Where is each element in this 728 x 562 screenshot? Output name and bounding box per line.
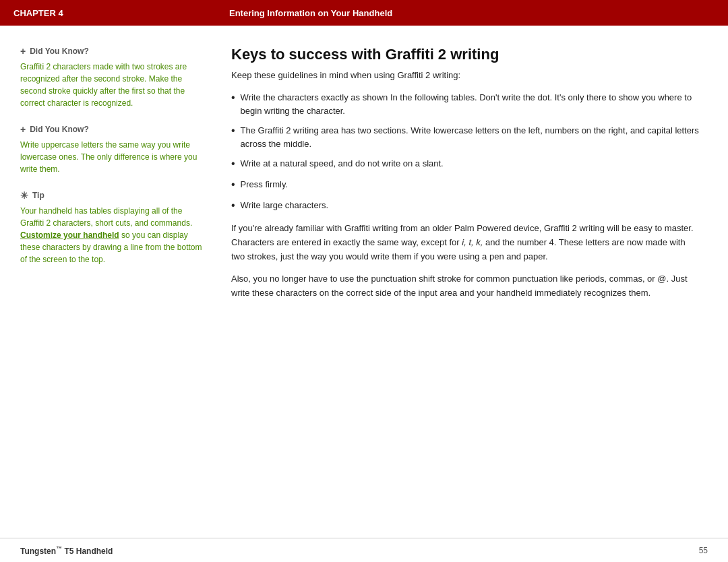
bullet-item-4: Write large characters. xyxy=(231,199,701,213)
asterisk-icon: ✳ xyxy=(20,190,28,201)
sidebar-did-you-know-2: + Did You Know? Write uppercase letters … xyxy=(20,124,204,175)
content-title: Keys to success with Graffiti 2 writing xyxy=(231,46,701,63)
bullet-list: Write the characters exactly as shown In… xyxy=(231,91,701,212)
content-intro: Keep these guidelines in mind when using… xyxy=(231,70,701,80)
footer-page-number: 55 xyxy=(699,546,708,555)
sidebar-tip-label: Tip xyxy=(32,191,44,200)
page-footer: Tungsten™ T5 Handheld 55 xyxy=(0,538,728,562)
bullet-item-3: Press firmly. xyxy=(231,178,701,192)
header-title: Entering Information on Your Handheld xyxy=(229,8,392,18)
sidebar: + Did You Know? Graffiti 2 characters ma… xyxy=(0,26,218,538)
plus-icon-2: + xyxy=(20,124,26,135)
bullet-item-0: Write the characters exactly as shown In… xyxy=(231,91,701,117)
chapter-label: CHAPTER 4 xyxy=(13,8,229,18)
content-para-2: Also, you no longer have to use the punc… xyxy=(231,272,701,301)
plus-icon-1: + xyxy=(20,46,26,57)
sidebar-heading-label-1: Did You Know? xyxy=(30,46,89,56)
sidebar-heading-tip: ✳ Tip xyxy=(20,190,204,201)
sidebar-heading-2: + Did You Know? xyxy=(20,124,204,135)
sidebar-did-you-know-1: + Did You Know? Graffiti 2 characters ma… xyxy=(20,46,204,109)
page-header: CHAPTER 4 Entering Information on Your H… xyxy=(0,0,728,26)
content-area: Keys to success with Graffiti 2 writing … xyxy=(218,26,728,538)
bullet-item-1: The Graffiti 2 writing area has two sect… xyxy=(231,124,701,150)
sidebar-text-2: Write uppercase letters the same way you… xyxy=(20,139,204,175)
main-content: + Did You Know? Graffiti 2 characters ma… xyxy=(0,26,728,538)
sidebar-tip-text: Your handheld has tables displaying all … xyxy=(20,205,204,266)
footer-brand: Tungsten™ T5 Handheld xyxy=(20,545,113,556)
bullet-item-2: Write at a natural speed, and do not wri… xyxy=(231,157,701,171)
content-para-1: If you're already familiar with Graffiti… xyxy=(231,222,701,263)
sidebar-text-1: Graffiti 2 characters made with two stro… xyxy=(20,61,204,109)
sidebar-tip: ✳ Tip Your handheld has tables displayin… xyxy=(20,190,204,266)
customize-handheld-link[interactable]: Customize your handheld xyxy=(20,230,119,240)
sidebar-heading-1: + Did You Know? xyxy=(20,46,204,57)
sidebar-heading-label-2: Did You Know? xyxy=(30,125,89,134)
sidebar-tip-text-before: Your handheld has tables displaying all … xyxy=(20,206,192,228)
